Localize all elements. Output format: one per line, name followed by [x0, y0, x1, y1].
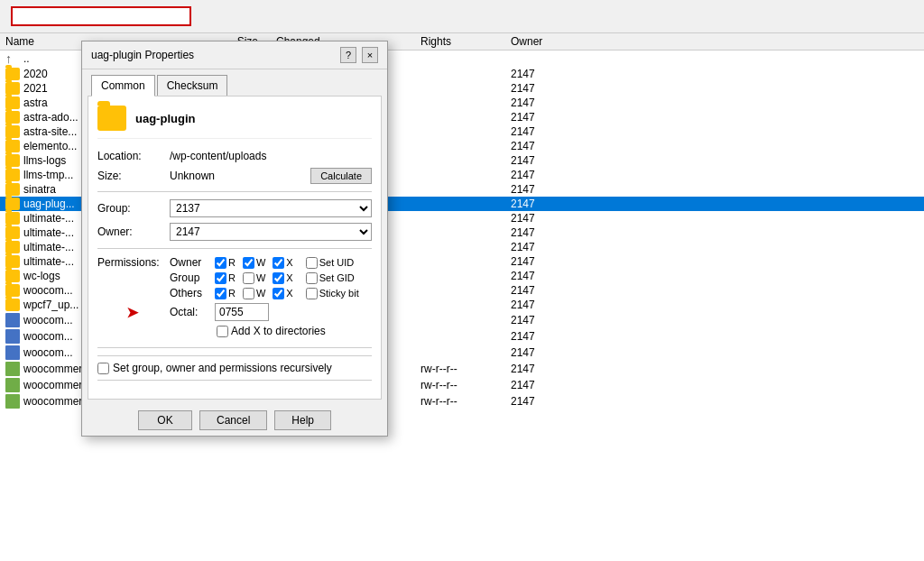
perm-group-label: Group — [170, 271, 215, 284]
dialog-titlebar: uag-plugin Properties ? × — [82, 41, 387, 69]
perm-others-row: Others R W X — [170, 287, 372, 299]
perm-group-row: Group R W X — [170, 271, 372, 284]
group-r-checkbox[interactable] — [215, 272, 226, 284]
owner-x-checkbox[interactable] — [273, 257, 284, 269]
owner-w-group: W — [243, 257, 265, 269]
owner-label: Owner: — [97, 225, 170, 238]
recursive-row: Set group, owner and permissions recursi… — [97, 355, 372, 381]
owner-cell: 2147 — [511, 82, 583, 95]
owner-cell: 2147 — [511, 212, 583, 225]
tab-common[interactable]: Common — [91, 75, 155, 97]
others-x-label: X — [286, 288, 292, 299]
recursive-checkbox[interactable] — [97, 363, 109, 374]
plugin-header: uag-plugin — [97, 106, 372, 139]
tab-checksum[interactable]: Checksum — [157, 75, 228, 96]
help-button[interactable]: Help — [274, 410, 331, 430]
cell-owner: 2147 — [511, 379, 583, 391]
owner-w-checkbox[interactable] — [243, 257, 254, 269]
owner-cell: 2147 — [511, 255, 583, 268]
group-x-checkbox[interactable] — [273, 272, 284, 284]
group-r-label: R — [228, 272, 236, 283]
others-x-checkbox[interactable] — [273, 288, 284, 299]
cell-owner: 2147 — [511, 363, 583, 375]
calculate-button[interactable]: Calculate — [310, 168, 372, 184]
perm-owner-checks: R W X Set UID — [215, 257, 372, 269]
others-r-checkbox[interactable] — [215, 288, 226, 299]
group-setgid-group: Set GID — [306, 272, 355, 284]
plugin-name: uag-plugin — [135, 112, 195, 125]
size-value: Unknown — [170, 170, 215, 182]
separator3 — [97, 347, 372, 348]
size-row: Size: Unknown Calculate — [97, 168, 372, 184]
others-r-label: R — [228, 288, 236, 299]
owner-x-group: X — [273, 257, 292, 269]
owner-setuid-label: Set UID — [319, 257, 355, 268]
octal-label: Octal: — [170, 306, 215, 318]
owner-r-checkbox[interactable] — [215, 257, 226, 269]
group-w-checkbox[interactable] — [243, 272, 254, 284]
owner-cell: 2147 — [511, 314, 583, 326]
others-sticky-checkbox[interactable] — [306, 288, 318, 299]
location-row: Location: /wp-content/uploads — [97, 150, 372, 162]
dialog-controls: ? × — [340, 47, 378, 63]
perm-group-checks: R W X Set GID — [215, 272, 372, 284]
owner-select[interactable]: 2147 — [170, 223, 372, 241]
group-r-group: R — [215, 272, 236, 284]
group-x-group: X — [273, 272, 292, 284]
others-r-group: R — [215, 288, 236, 299]
perm-others-checks: R W X Sticky bit — [215, 288, 372, 299]
add-x-label: Add X to directories — [231, 325, 326, 337]
octal-arrow: ➤ — [126, 304, 138, 321]
dialog-tabs: Common Checksum — [82, 69, 387, 96]
group-w-label: W — [256, 272, 265, 283]
others-w-label: W — [256, 288, 265, 299]
group-setgid-checkbox[interactable] — [306, 272, 318, 284]
group-x-label: X — [286, 272, 292, 283]
owner-cell: 2147 — [511, 111, 583, 124]
recursive-label: Set group, owner and permissions recursi… — [113, 362, 332, 374]
group-setgid-label: Set GID — [319, 272, 355, 283]
owner-setuid-checkbox[interactable] — [306, 257, 318, 269]
permissions-section: Permissions: Owner R W — [97, 256, 372, 340]
octal-input[interactable] — [215, 303, 269, 321]
cancel-button[interactable]: Cancel — [199, 410, 267, 430]
cell-rights: rw-r--r-- — [420, 379, 511, 391]
permissions-content: Owner R W X — [170, 256, 372, 340]
add-x-row: Add X to directories — [170, 325, 372, 337]
plugin-folder-icon — [97, 106, 126, 131]
others-sticky-label: Sticky bit — [319, 288, 359, 299]
address-bar[interactable]: /wp-content/uploads/ — [11, 6, 191, 26]
group-select[interactable]: 2137 — [170, 199, 372, 217]
add-x-checkbox[interactable] — [217, 326, 228, 337]
owner-setuid-group: Set UID — [306, 257, 355, 269]
dialog-help-button[interactable]: ? — [340, 47, 356, 63]
col-rights: Rights — [420, 35, 511, 48]
owner-cell: 2147 — [511, 169, 583, 181]
owner-cell: 2147 — [511, 97, 583, 109]
owner-cell: 2147 — [511, 241, 583, 253]
owner-x-label: X — [286, 257, 292, 268]
others-w-checkbox[interactable] — [243, 288, 254, 299]
size-label: Size: — [97, 170, 170, 182]
owner-cell: 2147 — [511, 68, 583, 80]
others-x-group: X — [273, 288, 292, 299]
properties-dialog: uag-plugin Properties ? × Common Checksu… — [81, 41, 388, 437]
owner-cell: 2147 — [511, 226, 583, 239]
owner-cell: 2147 — [511, 346, 583, 359]
separator2 — [97, 248, 372, 249]
perm-owner-label: Owner — [170, 256, 215, 269]
perm-owner-row: Owner R W X — [170, 256, 372, 269]
col-owner: Owner — [511, 35, 583, 48]
owner-row: Owner: 2147 — [97, 223, 372, 241]
owner-cell: 2147 — [511, 198, 583, 210]
dialog-title: uag-plugin Properties — [91, 49, 194, 61]
perm-others-label: Others — [170, 287, 215, 299]
dialog-close-button[interactable]: × — [362, 47, 378, 63]
owner-cell: 2147 — [511, 183, 583, 196]
owner-cell: 2147 — [511, 140, 583, 152]
owner-cell: 2147 — [511, 125, 583, 138]
cell-owner: 2147 — [511, 395, 583, 408]
others-w-group: W — [243, 288, 265, 299]
cell-rights: rw-r--r-- — [420, 363, 511, 375]
ok-button[interactable]: OK — [138, 410, 192, 430]
